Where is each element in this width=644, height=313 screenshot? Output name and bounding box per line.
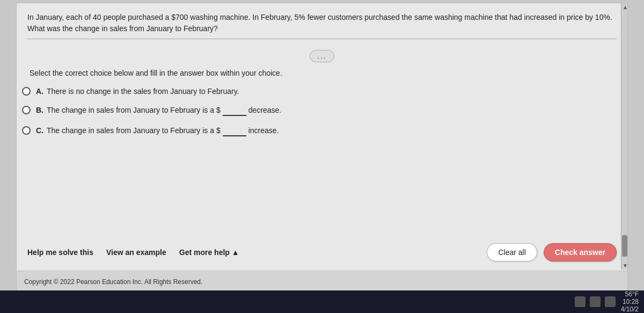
choice-b-after: decrease.	[248, 106, 281, 114]
scroll-up-arrow[interactable]: ▲	[623, 4, 627, 10]
choice-row-c: C. The change in sales from January to F…	[22, 125, 622, 136]
taskbar-icon-2[interactable]	[590, 296, 601, 307]
scroll-down-arrow[interactable]: ▼	[623, 263, 627, 268]
choice-c-after: increase.	[248, 126, 279, 135]
divider	[27, 39, 617, 39]
more-button-row: ...	[17, 50, 627, 62]
input-c[interactable]	[223, 125, 246, 136]
check-answer-button[interactable]: Check answer	[544, 243, 617, 261]
radio-b[interactable]	[22, 106, 31, 114]
choice-row-a: A. There is no change in the sales from …	[22, 87, 622, 96]
taskbar-icon-1[interactable]	[575, 296, 586, 307]
bottom-left: Help me solve this View an example Get m…	[27, 248, 239, 257]
view-example-link[interactable]: View an example	[106, 248, 166, 257]
choice-c-before: The change in sales from January to Febr…	[47, 126, 221, 135]
scrollbar-thumb[interactable]	[622, 235, 627, 257]
temperature: 56°F	[625, 290, 639, 298]
taskbar: 56°F 10:28 4/10/2	[0, 290, 644, 313]
radio-c[interactable]	[22, 126, 31, 135]
clear-all-button[interactable]: Clear all	[487, 243, 537, 261]
footer-bar: Copyright © 2022 Pearson Education Inc. …	[17, 271, 627, 292]
radio-a[interactable]	[22, 87, 31, 96]
choice-row-b: B. The change in sales from January to F…	[22, 104, 622, 116]
main-container: In January, each of 40 people purchased …	[16, 3, 628, 293]
input-b[interactable]	[223, 104, 246, 116]
bottom-bar: Help me solve this View an example Get m…	[17, 237, 627, 268]
bottom-right: Clear all Check answer	[487, 243, 617, 261]
more-button[interactable]: ...	[310, 50, 335, 62]
choices-area: A. There is no change in the sales from …	[17, 87, 627, 136]
choice-label-c: C.	[36, 126, 43, 135]
copyright-text: Copyright © 2022 Pearson Education Inc. …	[24, 278, 202, 286]
choice-b-before: The change in sales from January to Febr…	[47, 106, 221, 114]
choice-label-b: B.	[36, 106, 43, 114]
choice-text-a: There is no change in the sales from Jan…	[47, 87, 239, 96]
choice-label-a: A.	[36, 87, 43, 96]
instruction-area: Select the correct choice below and fill…	[17, 69, 627, 77]
question-area: In January, each of 40 people purchased …	[17, 3, 627, 50]
help-me-solve-link[interactable]: Help me solve this	[27, 248, 93, 257]
get-more-help-link[interactable]: Get more help ▲	[179, 248, 239, 257]
date-display: 4/10/2	[621, 305, 639, 313]
taskbar-icon-3[interactable]	[605, 296, 616, 307]
taskbar-icons	[575, 296, 616, 307]
select-instruction: Select the correct choice below and fill…	[27, 69, 617, 77]
scrollbar[interactable]: ▲ ▼	[621, 3, 627, 270]
time-display: 10:28	[623, 298, 639, 305]
taskbar-info: 56°F 10:28 4/10/2	[621, 290, 639, 313]
question-text: In January, each of 40 people purchased …	[27, 12, 617, 34]
